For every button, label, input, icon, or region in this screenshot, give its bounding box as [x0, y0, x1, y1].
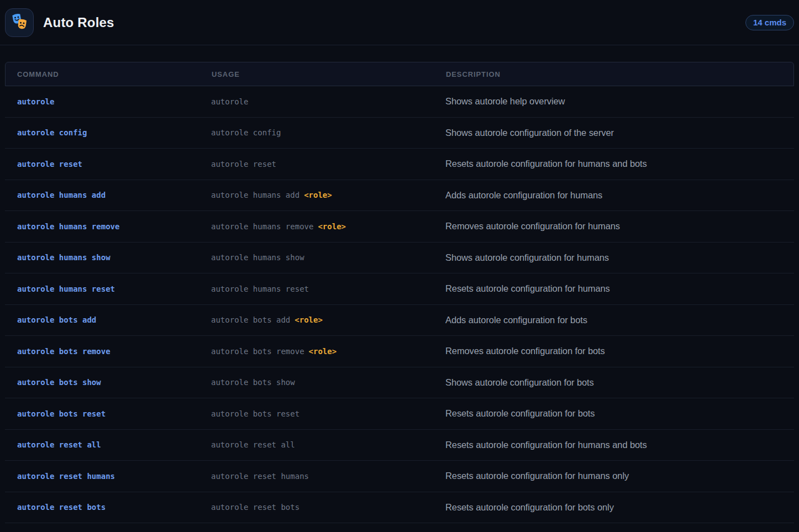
usage-text: autorole bots add	[211, 315, 290, 324]
command-cell: autorole bots remove	[5, 347, 211, 356]
description-cell: Resets autorole configuration for humans…	[445, 159, 794, 169]
command-cell: autorole humans show	[5, 253, 211, 262]
command-cell: autorole humans reset	[5, 285, 211, 293]
usage-text: autorole	[211, 97, 248, 106]
command-cell: autorole reset humans	[5, 472, 211, 481]
page-header: Auto Roles 14 cmds	[0, 0, 799, 45]
description-cell: Shows autorole configuration for humans	[445, 252, 794, 263]
usage-cell: autorole bots remove<role>	[211, 347, 445, 356]
table-row: autorole reset autorole reset Resets aut…	[5, 149, 794, 180]
table-row: autorole reset all autorole reset all Re…	[5, 430, 794, 461]
description-cell: Resets autorole configuration for humans…	[445, 440, 794, 450]
description-cell: Resets autorole configuration for bots	[445, 408, 794, 419]
usage-cell: autorole bots show	[211, 378, 445, 387]
table-row: autorole reset humans autorole reset hum…	[5, 461, 794, 492]
table-row: autorole bots show autorole bots show Sh…	[5, 367, 794, 399]
command-cell: autorole reset bots	[5, 503, 211, 512]
description-cell: Resets autorole configuration for humans…	[445, 471, 794, 481]
usage-cell: autorole humans reset	[211, 285, 445, 293]
commands-count-badge: 14 cmds	[745, 15, 794, 30]
command-cell: autorole reset	[5, 160, 211, 168]
usage-cell: autorole reset	[211, 160, 445, 168]
command-cell: autorole config	[5, 128, 211, 137]
column-header-usage: USAGE	[212, 70, 446, 78]
usage-role-argument: <role>	[318, 222, 346, 231]
command-cell: autorole reset all	[5, 440, 211, 449]
table-row: autorole reset bots autorole reset bots …	[5, 492, 794, 524]
command-cell: autorole	[5, 97, 211, 106]
usage-cell: autorole humans show	[211, 253, 445, 262]
command-cell: autorole bots add	[5, 315, 211, 324]
command-cell: autorole bots show	[5, 378, 211, 387]
usage-cell: autorole humans add<role>	[211, 191, 445, 199]
table-row: autorole config autorole config Shows au…	[5, 118, 794, 149]
description-cell: Adds autorole configuration for bots	[445, 315, 794, 325]
usage-text: autorole humans add	[211, 191, 299, 199]
usage-role-argument: <role>	[309, 347, 337, 356]
table-row: autorole bots add autorole bots add<role…	[5, 305, 794, 336]
table-row: autorole autorole Shows autorole help ov…	[5, 86, 794, 118]
usage-cell: autorole bots reset	[211, 409, 445, 418]
table-row: autorole bots reset autorole bots reset …	[5, 398, 794, 430]
description-cell: Removes autorole configuration for bots	[445, 346, 794, 356]
usage-cell: autorole reset humans	[211, 472, 445, 481]
usage-text: autorole reset bots	[211, 503, 299, 512]
theater-masks-icon	[10, 13, 28, 33]
description-cell: Shows autorole help overview	[445, 96, 794, 107]
description-cell: Resets autorole configuration for bots o…	[445, 502, 794, 513]
description-cell: Adds autorole configuration for humans	[445, 190, 794, 201]
usage-text: autorole reset	[211, 160, 276, 168]
usage-cell: autorole config	[211, 128, 445, 137]
usage-text: autorole humans reset	[211, 285, 309, 293]
table-row: autorole humans add autorole humans add<…	[5, 180, 794, 212]
description-cell: Removes autorole configuration for human…	[445, 221, 794, 231]
usage-text: autorole config	[211, 128, 281, 137]
usage-role-argument: <role>	[304, 191, 332, 199]
usage-text: autorole reset all	[211, 440, 295, 449]
usage-text: autorole bots show	[211, 378, 295, 387]
usage-cell: autorole reset bots	[211, 503, 445, 512]
command-cell: autorole humans remove	[5, 222, 211, 231]
command-cell: autorole bots reset	[5, 409, 211, 418]
usage-cell: autorole humans remove<role>	[211, 222, 445, 231]
usage-role-argument: <role>	[295, 315, 323, 324]
description-cell: Shows autorole configuration of the serv…	[445, 128, 794, 138]
description-cell: Resets autorole configuration for humans	[445, 283, 794, 294]
usage-cell: autorole	[211, 97, 445, 106]
commands-table: COMMAND USAGE DESCRIPTION autorole autor…	[5, 62, 794, 523]
page-title: Auto Roles	[43, 15, 114, 30]
usage-text: autorole bots reset	[211, 409, 299, 418]
table-row: autorole humans remove autorole humans r…	[5, 211, 794, 243]
usage-text: autorole humans remove	[211, 222, 313, 231]
usage-cell: autorole bots add<role>	[211, 315, 445, 324]
table-row: autorole humans show autorole humans sho…	[5, 243, 794, 274]
usage-cell: autorole reset all	[211, 440, 445, 449]
description-cell: Shows autorole configuration for bots	[445, 377, 794, 388]
table-header-row: COMMAND USAGE DESCRIPTION	[5, 62, 794, 86]
column-header-command: COMMAND	[6, 70, 212, 78]
table-body: autorole autorole Shows autorole help ov…	[5, 86, 794, 523]
table-row: autorole humans reset autorole humans re…	[5, 273, 794, 305]
usage-text: autorole bots remove	[211, 347, 304, 356]
command-cell: autorole humans add	[5, 191, 211, 199]
usage-text: autorole humans show	[211, 253, 304, 262]
column-header-description: DESCRIPTION	[446, 70, 793, 78]
table-row: autorole bots remove autorole bots remov…	[5, 336, 794, 367]
usage-text: autorole reset humans	[211, 472, 309, 481]
category-icon-box	[5, 8, 34, 37]
